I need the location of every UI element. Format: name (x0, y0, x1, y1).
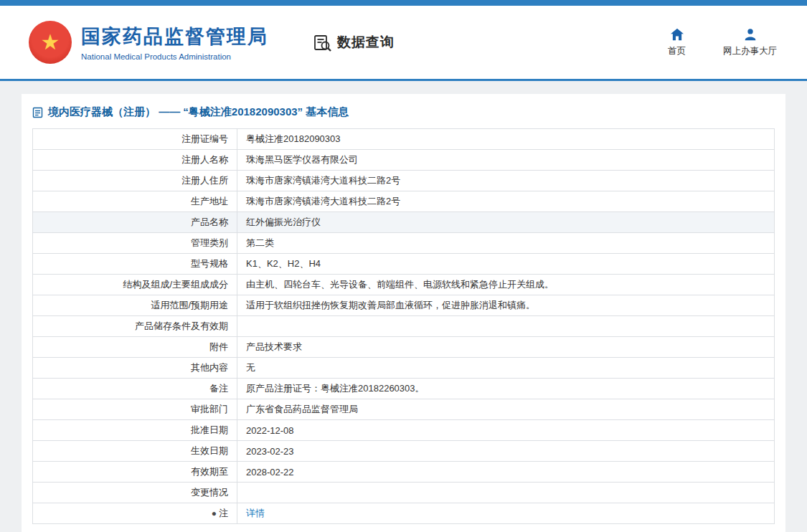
row-label: 产品储存条件及有效期 (33, 316, 237, 337)
row-label: 生效日期 (33, 441, 237, 462)
brand-block: 国家药品监督管理局 National Medical Products Admi… (81, 24, 268, 61)
row-label: 批准日期 (33, 420, 237, 441)
table-row: 批准日期2022-12-08 (33, 420, 775, 441)
table-row: 生效日期2023-02-23 (33, 441, 775, 462)
row-label: 管理类别 (33, 233, 237, 254)
registration-info-table: 注册证编号粤械注准20182090303注册人名称珠海黑马医学仪器有限公司注册人… (32, 128, 775, 524)
row-value (237, 316, 775, 337)
nav-online-hall[interactable]: 网上办事大厅 (723, 28, 777, 57)
row-value: 珠海黑马医学仪器有限公司 (237, 150, 775, 171)
document-icon (32, 107, 43, 118)
table-row: 产品名称红外偏振光治疗仪 (33, 212, 775, 233)
row-value: 珠海市唐家湾镇港湾大道科技二路2号 (237, 191, 775, 212)
row-value: 广东省食品药品监督管理局 (237, 399, 775, 420)
nav-home-label: 首页 (668, 45, 686, 57)
nav-home[interactable]: 首页 (668, 28, 686, 57)
site-title-cn: 国家药品监督管理局 (81, 24, 268, 49)
table-row: 其他内容无 (33, 358, 775, 379)
data-query-nav[interactable]: 数据查询 (313, 33, 395, 52)
page-title: 境内医疗器械（注册） —— “粤械注准20182090303” 基本信息 (32, 103, 775, 128)
row-value: 第二类 (237, 233, 775, 254)
row-value: 2028-02-22 (237, 462, 775, 483)
user-icon (744, 28, 757, 41)
site-title-en: National Medical Products Administration (81, 52, 268, 61)
table-row: 生产地址珠海市唐家湾镇港湾大道科技二路2号 (33, 191, 775, 212)
page-title-text: 境内医疗器械（注册） —— “粤械注准20182090303” 基本信息 (48, 105, 349, 119)
table-row: 型号规格K1、K2、H2、H4 (33, 254, 775, 275)
row-value: 2022-12-08 (237, 420, 775, 441)
row-label: 结构及组成/主要组成成分 (33, 275, 237, 295)
row-label: 有效期至 (33, 462, 237, 483)
row-value (237, 483, 775, 503)
info-card: 境内医疗器械（注册） —— “粤械注准20182090303” 基本信息 注册证… (22, 94, 785, 532)
table-row: 备注原产品注册证号：粤械注准20182260303。 (33, 379, 775, 399)
top-accent-bar (0, 0, 807, 6)
row-value: 由主机、四轮台车、光导设备、前端组件、电源软线和紧急停止开关组成。 (237, 275, 775, 295)
table-row: ●注详情 (33, 503, 775, 524)
content-area: 境内医疗器械（注册） —— “粤械注准20182090303” 基本信息 注册证… (0, 81, 807, 532)
row-label: 型号规格 (33, 254, 237, 275)
row-label: 产品名称 (33, 212, 237, 233)
table-row: 注册人名称珠海黑马医学仪器有限公司 (33, 150, 775, 171)
row-value: 产品技术要求 (237, 337, 775, 358)
detail-link[interactable]: 详情 (246, 508, 265, 518)
row-value: K1、K2、H2、H4 (237, 254, 775, 275)
row-label: 其他内容 (33, 358, 237, 379)
row-value: 适用于软组织扭挫伤恢复期改善局部血液循环，促进肿胀消退和镇痛。 (237, 295, 775, 316)
row-label: 生产地址 (33, 191, 237, 212)
table-row: 适用范围/预期用途适用于软组织扭挫伤恢复期改善局部血液循环，促进肿胀消退和镇痛。 (33, 295, 775, 316)
row-label: 附件 (33, 337, 237, 358)
table-row: 注册人住所珠海市唐家湾镇港湾大道科技二路2号 (33, 171, 775, 191)
row-value: 红外偏振光治疗仪 (237, 212, 775, 233)
row-value: 珠海市唐家湾镇港湾大道科技二路2号 (237, 171, 775, 191)
nav-online-hall-label: 网上办事大厅 (723, 45, 777, 57)
row-label: 审批部门 (33, 399, 237, 420)
table-row: 产品储存条件及有效期 (33, 316, 775, 337)
data-query-icon (313, 33, 332, 52)
row-value: 无 (237, 358, 775, 379)
site-header: ★ 国家药品监督管理局 National Medical Products Ad… (0, 6, 807, 79)
home-icon (670, 28, 684, 41)
row-label: ●注 (33, 503, 237, 524)
header-right-nav: 首页 网上办事大厅 (668, 28, 777, 57)
row-label: 注册人名称 (33, 150, 237, 171)
table-row: 注册证编号粤械注准20182090303 (33, 129, 775, 150)
table-row: 有效期至2028-02-22 (33, 462, 775, 483)
row-value: 详情 (237, 503, 775, 524)
info-table-body: 注册证编号粤械注准20182090303注册人名称珠海黑马医学仪器有限公司注册人… (33, 129, 775, 524)
row-label: 变更情况 (33, 483, 237, 503)
national-emblem-logo: ★ (29, 21, 72, 64)
row-label: 注册人住所 (33, 171, 237, 191)
row-value: 粤械注准20182090303 (237, 129, 775, 150)
table-row: 结构及组成/主要组成成分由主机、四轮台车、光导设备、前端组件、电源软线和紧急停止… (33, 275, 775, 295)
table-row: 审批部门广东省食品药品监督管理局 (33, 399, 775, 420)
row-label: 注册证编号 (33, 129, 237, 150)
row-value: 2023-02-23 (237, 441, 775, 462)
row-value: 原产品注册证号：粤械注准20182260303。 (237, 379, 775, 399)
note-icon: ● (212, 508, 217, 518)
table-row: 变更情况 (33, 483, 775, 503)
data-query-label: 数据查询 (337, 33, 395, 52)
table-row: 附件产品技术要求 (33, 337, 775, 358)
table-row: 管理类别第二类 (33, 233, 775, 254)
row-label: 备注 (33, 379, 237, 399)
row-label: 适用范围/预期用途 (33, 295, 237, 316)
